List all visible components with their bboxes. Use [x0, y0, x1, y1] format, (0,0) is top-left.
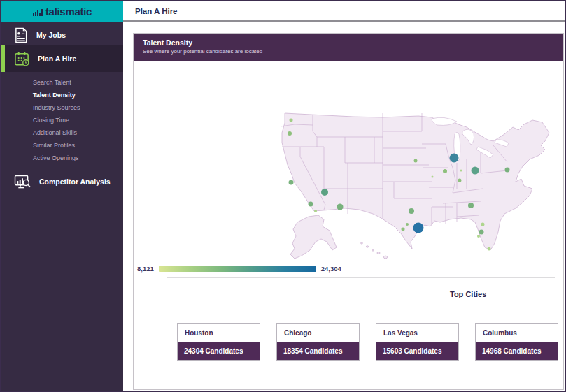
us-map-land: [282, 113, 549, 259]
map-bubble[interactable]: [406, 223, 409, 226]
map-bubble[interactable]: [290, 119, 293, 122]
calendar-clock-icon: [14, 51, 30, 67]
legend-max-label: 24,304: [321, 265, 341, 273]
resume-icon: [14, 27, 29, 43]
sidebar-item-plan-a-hire[interactable]: Plan A Hire: [1, 45, 123, 72]
map-bubble-chicago[interactable]: [450, 154, 459, 163]
map-bubble[interactable]: [443, 169, 447, 173]
sidebar-item-label: Competitor Analysis: [39, 177, 111, 186]
subnav-item-active-openings[interactable]: Active Openings: [33, 152, 123, 164]
sidebar: My Jobs Plan A Hire Search: [1, 22, 123, 391]
map-bubble[interactable]: [309, 202, 313, 207]
subnav-item-industry-sources[interactable]: Industry Sources: [33, 101, 123, 114]
legend-min-label: 8,121: [137, 265, 154, 273]
map-bubble[interactable]: [468, 203, 474, 208]
city-card-houston[interactable]: Houston 24304 Candidates: [177, 323, 260, 361]
monitor-search-icon: [14, 175, 31, 189]
density-legend: 8,121 24,304: [137, 265, 341, 273]
map-bubble[interactable]: [458, 179, 462, 182]
subnav-item-similar-profiles[interactable]: Similar Profiles: [33, 139, 123, 152]
map-bubble-las-vegas[interactable]: [321, 189, 328, 196]
panel-title: Talent Density: [143, 38, 554, 47]
subnav-item-talent-density[interactable]: Talent Density: [33, 89, 123, 101]
brand-name: talismatic: [45, 6, 92, 17]
map-bubble[interactable]: [402, 228, 405, 231]
map-bubble[interactable]: [409, 208, 414, 214]
map-bubble[interactable]: [505, 168, 510, 173]
map-bubble[interactable]: [488, 247, 491, 251]
city-card-las-vegas[interactable]: Las Vegas 15603 Candidates: [376, 323, 459, 361]
top-bar: talismatic Plan A Hire: [1, 1, 565, 22]
city-count: 24304 Candidates: [178, 342, 260, 360]
map-bubble[interactable]: [460, 170, 462, 172]
city-name: Columbus: [476, 324, 558, 342]
talent-density-panel: Talent Density See where your potential …: [133, 33, 564, 390]
main-content: Talent Density See where your potential …: [123, 22, 565, 391]
sidebar-item-competitor-analysis[interactable]: Competitor Analysis: [1, 171, 123, 192]
city-count: 15603 Candidates: [376, 342, 458, 360]
subnav-item-closing-time[interactable]: Closing Time: [33, 114, 123, 126]
panel-subtitle: See where your potential candidates are …: [143, 48, 554, 55]
page-title-bar: Plan A Hire: [123, 1, 565, 22]
city-count: 18354 Candidates: [277, 342, 359, 360]
city-card-columbus[interactable]: Columbus 14968 Candidates: [475, 323, 558, 361]
top-cities-heading-row: Top Cities: [134, 287, 563, 300]
map-bubble[interactable]: [414, 159, 418, 163]
map-bubble[interactable]: [432, 176, 434, 178]
map-bubble[interactable]: [289, 180, 294, 185]
panel-header: Talent Density See where your potential …: [134, 34, 563, 61]
city-count: 14968 Candidates: [476, 342, 558, 360]
us-map: [269, 103, 563, 266]
map-bubble[interactable]: [337, 204, 344, 210]
bar-chart-icon: [33, 7, 43, 17]
city-name: Chicago: [277, 324, 359, 342]
app-window: talismatic Plan A Hire My Jobs: [0, 0, 566, 392]
section-divider: [167, 277, 555, 278]
map-bubble[interactable]: [477, 235, 480, 238]
map-bubble-houston[interactable]: [413, 223, 424, 233]
subnav-item-additional-skills[interactable]: Additional Skills: [33, 126, 123, 139]
map-bubble[interactable]: [479, 230, 484, 235]
map-bubble[interactable]: [314, 210, 317, 212]
page-title: Plan A Hire: [135, 7, 178, 15]
sidebar-item-label: Plan A Hire: [38, 55, 76, 63]
sidebar-item-my-jobs[interactable]: My Jobs: [1, 24, 123, 45]
brand-logo[interactable]: talismatic: [1, 1, 123, 22]
map-bubble-columbus[interactable]: [472, 167, 479, 175]
subnav-item-search-talent[interactable]: Search Talent: [33, 76, 123, 89]
city-name: Houston: [178, 324, 260, 342]
top-cities-heading: Top Cities: [450, 290, 486, 298]
top-cities-cards: Houston 24304 Candidates Chicago 18354 C…: [177, 323, 558, 361]
map-bubble[interactable]: [288, 131, 292, 136]
sidebar-item-label: My Jobs: [36, 31, 66, 39]
map-bubble[interactable]: [481, 223, 485, 226]
plan-a-hire-subnav: Search Talent Talent Density Industry So…: [1, 72, 123, 170]
legend-gradient-bar: [159, 266, 316, 272]
city-card-chicago[interactable]: Chicago 18354 Candidates: [276, 323, 360, 361]
city-name: Las Vegas: [376, 324, 458, 342]
